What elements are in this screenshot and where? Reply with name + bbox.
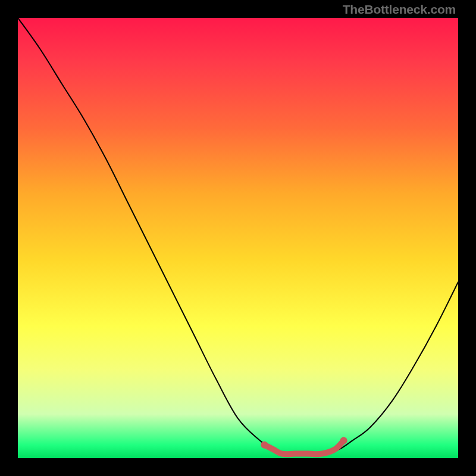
chart-svg	[18, 18, 458, 458]
highlight-endpoint	[340, 437, 347, 444]
highlight-endpoint	[261, 441, 268, 449]
plot-area	[18, 18, 458, 458]
series-optimal-highlight	[264, 440, 343, 454]
series-bottleneck-curve	[18, 18, 458, 454]
watermark-text: TheBottleneck.com	[343, 2, 456, 17]
chart-container: TheBottleneck.com	[0, 0, 476, 476]
